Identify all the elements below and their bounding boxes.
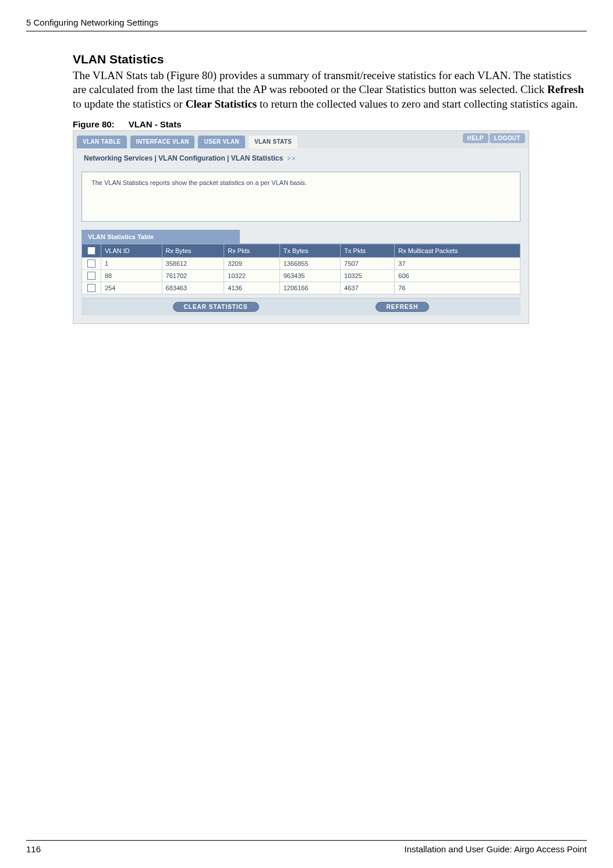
logout-button[interactable]: LOGOUT <box>490 133 525 143</box>
doc-title: Installation and User Guide: Airgo Acces… <box>404 844 587 854</box>
cell-vlan-id: 88 <box>101 270 162 282</box>
stats-area: VLAN Statistics Table VLAN ID Rx Bytes R… <box>82 230 520 294</box>
figure-caption: Figure 80:VLAN - Stats <box>73 119 587 129</box>
table-row: 88 761702 10322 963435 10325 606 <box>82 270 520 282</box>
col-header-checkbox[interactable] <box>82 244 101 257</box>
para-text-2: to update the statistics or <box>73 98 186 110</box>
breadcrumb-arrows-icon: >> <box>287 155 296 162</box>
cell-rx-bytes: 761702 <box>162 270 224 282</box>
cell-vlan-id: 254 <box>101 282 162 294</box>
cell-tx-bytes: 1366855 <box>279 258 341 270</box>
para-text-3: to return the collected values to zero a… <box>257 98 577 110</box>
checkbox-icon[interactable] <box>87 272 95 280</box>
cell-tx-pkts: 10325 <box>341 270 395 282</box>
running-header: 5 Configuring Networking Settings <box>26 17 587 31</box>
clear-statistics-button[interactable]: CLEAR STATISTICS <box>173 302 259 312</box>
row-checkbox-cell[interactable] <box>82 258 101 270</box>
table-header-row: VLAN ID Rx Bytes Rx Pkts Tx Bytes Tx Pkt… <box>82 244 520 257</box>
col-header-tx-pkts: Tx Pkts <box>341 244 395 257</box>
col-header-rx-mcast: Rx Multicast Packets <box>395 244 520 257</box>
col-header-rx-pkts: Rx Pkts <box>224 244 279 257</box>
description-panel: The VLAN Statistics reports show the pac… <box>82 172 520 222</box>
cell-vlan-id: 1 <box>101 258 162 270</box>
cell-rx-mcast: 37 <box>395 258 520 270</box>
cell-rx-bytes: 358612 <box>162 258 224 270</box>
breadcrumb-band: Networking Services | VLAN Configuration… <box>73 148 529 172</box>
section-paragraph: The VLAN Stats tab (Figure 80) provides … <box>73 69 587 111</box>
cell-rx-pkts: 3209 <box>224 258 279 270</box>
refresh-button[interactable]: REFRESH <box>375 302 430 312</box>
para-bold-clear: Clear Statistics <box>186 98 257 110</box>
action-bar: CLEAR STATISTICS REFRESH <box>82 298 520 315</box>
cell-rx-bytes: 683463 <box>162 282 224 294</box>
tab-user-vlan[interactable]: USER VLAN <box>198 136 245 148</box>
tab-bar: VLAN TABLE INTERFACE VLAN USER VLAN VLAN… <box>73 131 529 148</box>
tab-interface-vlan[interactable]: INTERFACE VLAN <box>130 136 195 148</box>
checkbox-icon[interactable] <box>87 259 95 268</box>
table-row: 1 358612 3209 1366855 7507 37 <box>82 258 520 270</box>
tab-vlan-stats[interactable]: VLAN STATS <box>249 136 297 148</box>
cell-tx-bytes: 1206166 <box>279 282 341 294</box>
row-checkbox-cell[interactable] <box>82 270 101 282</box>
checkbox-icon[interactable] <box>87 284 95 292</box>
figure-title: VLAN - Stats <box>129 119 182 129</box>
help-button[interactable]: HELP <box>463 133 488 143</box>
cell-rx-pkts: 4136 <box>224 282 279 294</box>
cell-rx-mcast: 606 <box>395 270 520 282</box>
description-text: The VLAN Statistics reports show the pac… <box>91 179 307 186</box>
vlan-stats-table: VLAN ID Rx Bytes Rx Pkts Tx Bytes Tx Pkt… <box>82 244 520 294</box>
para-bold-refresh: Refresh <box>547 83 584 95</box>
stats-title-spacer <box>240 230 520 244</box>
cell-tx-bytes: 963435 <box>279 270 341 282</box>
stats-table-title: VLAN Statistics Table <box>82 230 240 244</box>
top-right-buttons: HELP LOGOUT <box>463 133 525 143</box>
col-header-tx-bytes: Tx Bytes <box>279 244 341 257</box>
cell-tx-pkts: 4637 <box>341 282 395 294</box>
content-block: VLAN Statistics The VLAN Stats tab (Figu… <box>73 52 587 324</box>
checkbox-icon[interactable] <box>87 247 95 255</box>
table-row: 254 683463 4136 1206166 4637 76 <box>82 282 520 294</box>
breadcrumb-text: Networking Services | VLAN Configuration… <box>84 154 283 162</box>
col-header-vlan-id: VLAN ID <box>101 244 162 257</box>
page-footer: 116 Installation and User Guide: Airgo A… <box>26 840 587 854</box>
cell-rx-pkts: 10322 <box>224 270 279 282</box>
section-title: VLAN Statistics <box>73 52 587 66</box>
cell-rx-mcast: 76 <box>395 282 520 294</box>
screenshot-panel: VLAN TABLE INTERFACE VLAN USER VLAN VLAN… <box>73 130 529 324</box>
page-number: 116 <box>26 844 41 854</box>
para-text-1: The VLAN Stats tab (Figure 80) provides … <box>73 69 571 95</box>
figure-number: Figure 80: <box>73 119 115 129</box>
col-header-rx-bytes: Rx Bytes <box>162 244 224 257</box>
tab-vlan-table[interactable]: VLAN TABLE <box>77 136 127 148</box>
breadcrumb: Networking Services | VLAN Configuration… <box>84 154 296 162</box>
cell-tx-pkts: 7507 <box>341 258 395 270</box>
row-checkbox-cell[interactable] <box>82 282 101 294</box>
